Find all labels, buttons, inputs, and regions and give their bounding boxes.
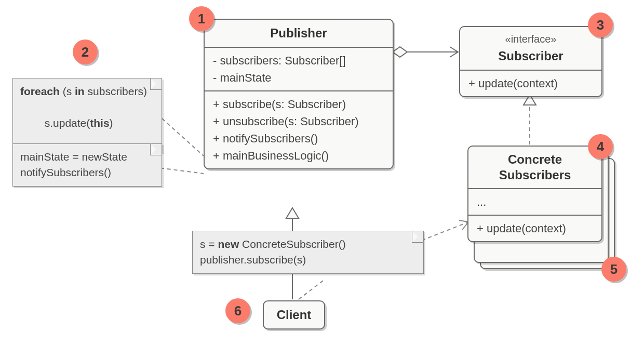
note-mainstate-line1: mainState = newState [20, 149, 154, 165]
kw-foreach: foreach [20, 85, 60, 97]
note-foreach-loop: foreach (s in subscribers) s.update(this… [12, 78, 162, 153]
uml-concrete-subscribers: Concrete Subscribers ... + update(contex… [467, 146, 602, 242]
diagram-canvas: Subscriber (aggregation) --> ConcreteSub… [0, 0, 644, 343]
note-client-line2: publisher.subscribe(s) [200, 252, 416, 268]
note-foreach-line1: foreach (s in subscribers) [20, 84, 154, 99]
subscriber-operations: + update(context) [460, 70, 601, 96]
concrete-title-line1: Concrete [477, 152, 593, 167]
kw-this: this [90, 117, 109, 129]
svg-line-6 [299, 281, 323, 299]
txt: (s [60, 85, 75, 97]
kw-new: new [218, 238, 239, 250]
publisher-op-logic: + mainBusinessLogic() [213, 147, 384, 164]
txt: ) [110, 117, 113, 129]
publisher-attributes: - subscribers: Subscriber[] - mainState [205, 47, 393, 90]
note-client-code: s = new ConcreteSubscriber() publisher.s… [192, 231, 424, 274]
publisher-title: Publisher [205, 20, 393, 47]
note-mainstate-line2: notifySubscribers() [20, 165, 154, 180]
client-title: Client [264, 301, 324, 328]
svg-marker-1 [393, 47, 407, 57]
uml-subscriber-interface: «interface» Subscriber + update(context) [459, 26, 602, 97]
note-foreach-line2: s.update(this) [20, 99, 154, 147]
publisher-op-notify: + notifySubscribers() [213, 130, 384, 147]
txt: s.update( [38, 117, 90, 129]
publisher-attr-subscribers: - subscribers: Subscriber[] [213, 52, 384, 69]
note-mainstate: mainState = newState notifySubscribers() [12, 143, 162, 187]
badge-5: 5 [601, 257, 626, 282]
note-fold-icon [150, 78, 162, 90]
badge-3: 3 [588, 12, 613, 37]
concrete-title-line2: Subscribers [477, 167, 593, 183]
note-client-line1: s = new ConcreteSubscriber() [200, 236, 416, 252]
concrete-operations: + update(context) [468, 215, 601, 241]
subscriber-title: Subscriber [498, 49, 563, 63]
kw-in: in [75, 85, 85, 97]
publisher-op-unsubscribe: + unsubscribe(s: Subscriber) [213, 113, 384, 130]
concrete-title: Concrete Subscribers [468, 147, 601, 188]
badge-6: 6 [225, 298, 250, 323]
note-fold-icon [412, 231, 424, 243]
concrete-body: ... [468, 188, 601, 215]
publisher-operations: + subscribe(s: Subscriber) + unsubscribe… [205, 90, 393, 168]
subscriber-stereotype: «interface» [468, 31, 593, 47]
publisher-attr-mainstate: - mainState [213, 69, 384, 86]
txt: s = [200, 238, 218, 250]
subscriber-head: «interface» Subscriber [460, 27, 601, 70]
badge-4: 4 [588, 134, 613, 159]
concrete-op-update: + update(context) [477, 220, 593, 237]
txt: subscribers) [85, 85, 147, 97]
badge-2: 2 [73, 39, 98, 64]
uml-publisher: Publisher - subscribers: Subscriber[] - … [204, 19, 394, 169]
txt: ConcreteSubscriber() [239, 238, 345, 250]
publisher-op-subscribe: + subscribe(s: Subscriber) [213, 96, 384, 113]
uml-client: Client [263, 300, 325, 329]
note-fold-icon [150, 143, 162, 155]
subscriber-op-update: + update(context) [468, 75, 593, 92]
badge-1: 1 [189, 6, 214, 31]
svg-marker-5 [286, 208, 299, 218]
